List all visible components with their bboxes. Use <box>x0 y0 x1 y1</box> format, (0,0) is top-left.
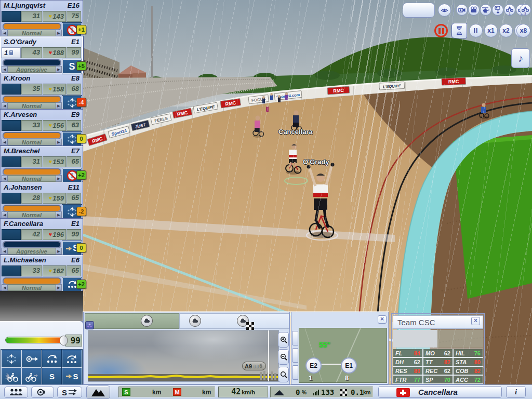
morale-badge: -2 <box>76 207 86 216</box>
attack-order-button[interactable] <box>1 367 22 385</box>
group-count-e2: 1 <box>309 374 312 382</box>
toolbar-divider <box>454 3 454 17</box>
rider-number: E1 <box>71 37 79 47</box>
energy-bar <box>3 277 61 285</box>
effort-label: Normal <box>8 102 56 109</box>
close-team-panel-button[interactable]: × <box>471 317 480 325</box>
effort-prev-button[interactable]: ◀ <box>2 102 8 109</box>
profile-legend-icon[interactable] <box>85 321 94 329</box>
team-stats-grid: FL84 MO62 HIL76 DH62 TT82 STA80 RES80 RE… <box>393 349 483 384</box>
sprint-overview-button[interactable]: S <box>57 387 82 398</box>
effort-value-display: 99 <box>65 335 82 347</box>
effort-slider-handle[interactable] <box>60 336 68 345</box>
rider-name: A.Johansen <box>4 182 42 192</box>
follow-rider-order-button[interactable] <box>21 350 42 368</box>
group-node-e1[interactable]: E1 <box>341 357 357 374</box>
effort-slider[interactable] <box>5 337 66 343</box>
map-side-button-3[interactable] <box>292 365 298 380</box>
effort-next-button[interactable]: ▶ <box>56 284 62 291</box>
rider-stat: 31 <box>21 156 42 167</box>
rider-card[interactable]: A.JohansenE11 28 ♥159 65 ◀Normal▶ -2 <box>0 182 83 218</box>
rider-card[interactable]: L.MichaelsenE6 33 ♥162 65 ◀Normal▶ +2 <box>0 255 83 291</box>
effort-next-button[interactable]: ▶ <box>56 102 62 109</box>
stay-in-group-order-button[interactable] <box>1 350 22 368</box>
speed-x1-button[interactable]: x1 <box>484 24 498 37</box>
moto-camera-3-button[interactable]: 3 <box>520 4 531 16</box>
gradient-unit: % <box>302 390 307 395</box>
profile-magnifier-button[interactable] <box>278 367 289 382</box>
continuous-relay-order-button[interactable]: ∞ <box>62 350 82 368</box>
team-stat: STA80 <box>453 357 483 366</box>
effort-prev-button[interactable]: ◀ <box>2 211 8 218</box>
effort-prev-button[interactable]: ◀ <box>2 248 8 255</box>
profile-zoom-out-button[interactable] <box>278 349 289 365</box>
mountain-km-unit: km <box>202 389 211 396</box>
map-side-button-1[interactable] <box>292 331 298 345</box>
eye-toggle-button[interactable] <box>438 4 451 17</box>
effort-prev-button[interactable]: ◀ <box>2 284 8 291</box>
effort-next-button[interactable]: ▶ <box>56 248 62 255</box>
effort-prev-button[interactable]: ◀ <box>2 139 8 145</box>
rider-stat: 33 <box>21 120 42 131</box>
weather-cloud-icon-2[interactable] <box>189 315 201 327</box>
rider-label-ogrady[interactable]: O'Grady <box>303 158 329 166</box>
focus-rider-button[interactable] <box>31 387 54 398</box>
camera-film-button[interactable] <box>468 4 480 16</box>
minimap-canvas[interactable]: 55" E2 E1 1 8 <box>299 328 387 383</box>
rider-card-selected[interactable]: S.O'GradyE1 1 43 ♥188 99 ◀Aggressive▶ S … <box>0 36 83 73</box>
rider-label-cancellara[interactable]: Cancellara <box>278 128 313 136</box>
rider-stat: 35 <box>21 84 42 95</box>
profile-toggle-button[interactable] <box>86 385 110 399</box>
rider-card[interactable]: M.BreschelE7 31 ♥153 65 ◀Normal▶ +2 <box>0 145 83 182</box>
svg-text:∞: ∞ <box>71 356 74 361</box>
morale-badge: 0 <box>76 243 86 252</box>
cloud-icon <box>240 318 246 323</box>
camera-tv-button[interactable] <box>456 4 468 16</box>
effort-next-button[interactable]: ▶ <box>56 175 62 182</box>
gradient-value: 0 <box>296 388 300 396</box>
effort-prev-button[interactable]: ◀ <box>2 175 8 182</box>
effort-next-button[interactable]: ▶ <box>56 66 62 73</box>
effort-prev-button[interactable]: ◀ <box>2 30 8 36</box>
rider-card[interactable]: K.KroonE8 35 ♥158 68 ◀Normal▶ -4 <box>0 73 83 109</box>
profile-zoom-in-button[interactable] <box>278 332 289 348</box>
camera-follow-button[interactable] <box>492 4 503 16</box>
rider-card[interactable]: F.CancellaraE1 42 ♥196 99 ◀Aggressive▶ S… <box>0 218 83 255</box>
rider-card[interactable]: K.ArvesenE9 33 ♥156 63 ◀Normal▶ 0 <box>0 109 83 145</box>
speed-x8-button[interactable]: x8 <box>516 24 530 37</box>
profile-tab-weather[interactable] <box>85 313 179 329</box>
riders-list-button[interactable] <box>4 387 28 398</box>
moto-camera-1-button[interactable]: 1 <box>504 4 515 16</box>
selected-rider-box[interactable]: Cancellara <box>378 386 502 398</box>
map-side-button-2[interactable] <box>292 348 298 363</box>
team-stat: FTR77 <box>393 375 423 384</box>
energy-bar <box>3 96 61 103</box>
counter-attack-icon <box>24 371 39 382</box>
pause-button[interactable]: II <box>469 24 483 37</box>
hourglass-time-button[interactable] <box>451 23 467 38</box>
sidebar-spacer <box>0 291 83 321</box>
effort-prev-button[interactable]: ◀ <box>2 66 8 73</box>
relay-order-button[interactable] <box>42 350 62 368</box>
effort-next-button[interactable]: ▶ <box>56 30 62 36</box>
info-button[interactable]: i <box>506 386 526 398</box>
effort-next-button[interactable]: ▶ <box>56 211 62 218</box>
close-minimap-button[interactable]: × <box>378 315 387 324</box>
rank-icon <box>9 50 14 56</box>
team-panel-title: Team CSC <box>393 315 483 329</box>
sprint-order-button[interactable]: S <box>42 367 62 385</box>
effort-next-button[interactable]: ▶ <box>56 139 62 145</box>
rider-energy: 68 <box>66 84 81 95</box>
rider-card[interactable]: M.LjungqvistE16 31 ♥143 75 ◀Normal▶ +1 <box>0 0 83 36</box>
heart-icon: ♥ <box>49 232 52 237</box>
team-stat: MO62 <box>423 349 453 357</box>
counter-attack-order-button[interactable] <box>21 367 42 385</box>
leadout-order-button[interactable]: S <box>62 367 82 385</box>
group-node-e2[interactable]: E2 <box>305 357 322 374</box>
weather-cloud-icon-1[interactable] <box>141 315 153 327</box>
blank-display[interactable] <box>403 3 435 18</box>
music-button[interactable]: ♪ <box>511 48 530 68</box>
rider-heartrate: ♥196 <box>43 229 66 240</box>
camera-helicopter-button[interactable] <box>480 4 491 16</box>
speed-x2-button[interactable]: x2 <box>499 24 513 37</box>
